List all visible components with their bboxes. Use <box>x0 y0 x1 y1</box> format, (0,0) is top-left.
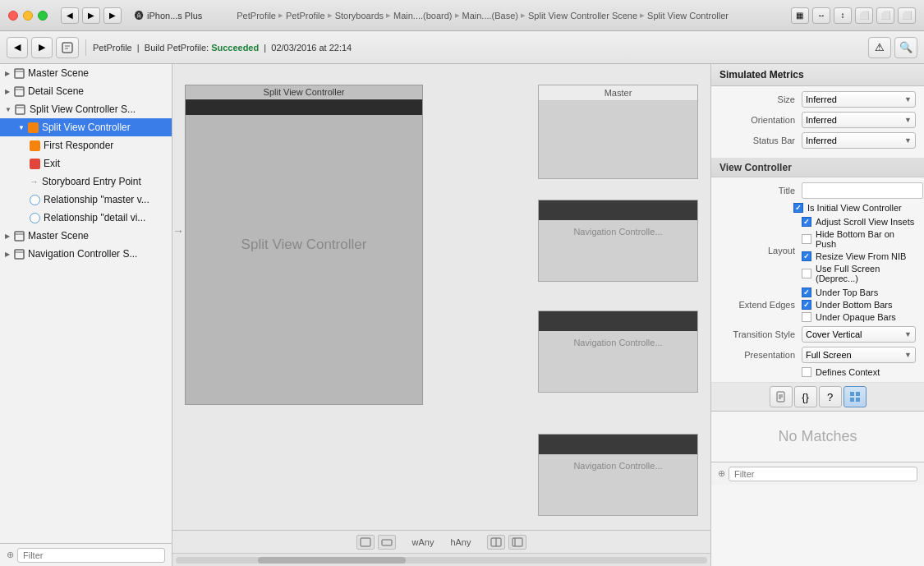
layout-label: Layout <box>719 246 802 255</box>
close-button[interactable] <box>8 11 18 21</box>
scrollbar-thumb[interactable] <box>258 557 406 564</box>
titlebar: ◀ ▶ ▶ 🅐 iPhon...s Plus PetProfile ▸ PetP… <box>0 0 924 31</box>
search-button[interactable]: 🔍 <box>894 37 917 58</box>
forward-button[interactable]: ▶ <box>82 7 100 24</box>
editor-standard-button[interactable]: ▦ <box>791 7 809 24</box>
toolbar-jump-button[interactable] <box>56 37 79 58</box>
sidebar-filter-input[interactable] <box>17 548 165 563</box>
scene-icon5 <box>13 248 25 260</box>
triangle-icon: ▶ <box>5 88 10 95</box>
no-matches-area: No Matches <box>711 412 924 462</box>
defines-context-row: Defines Context <box>719 367 916 377</box>
simulated-metrics-section: Size Inferred ▼ Orientation Inferred ▼ S… <box>711 86 924 159</box>
size-control-right <box>487 535 526 550</box>
sidebar-item-first-responder[interactable]: First Responder <box>0 136 172 154</box>
under-top-bars-row: Under Top Bars <box>802 288 916 297</box>
defines-context-label: Defines Context <box>816 367 880 377</box>
title-row: Title <box>719 182 916 199</box>
device-name: iPhon...s Plus <box>147 11 202 21</box>
size-toggle-3[interactable] <box>487 535 505 550</box>
toolbar-separator <box>85 39 86 56</box>
sidebar-item-nav-controller-scene[interactable]: ▶ Navigation Controller S... <box>0 245 172 263</box>
breadcrumb-main-base[interactable]: Main....(Base) <box>462 11 518 21</box>
use-full-screen-checkbox[interactable] <box>802 269 811 278</box>
size-toggle-4[interactable] <box>508 535 526 550</box>
hide-bottom-bar-checkbox[interactable] <box>802 234 811 244</box>
presentation-select[interactable]: Full Screen ▼ <box>802 347 916 363</box>
sidebar-item-split-view-controller[interactable]: ▼ Split View Controller <box>0 118 172 136</box>
minimize-button[interactable] <box>23 11 33 21</box>
back-button[interactable]: ◀ <box>61 7 79 24</box>
no-matches-text: No Matches <box>778 428 857 444</box>
tab-code[interactable]: {} <box>794 386 817 407</box>
resize-view-row: Resize View From NIB <box>802 251 916 261</box>
view-inspector-button[interactable]: ⬜ <box>898 7 916 24</box>
breadcrumb-main-storyboard[interactable]: Main....(board) <box>393 11 453 21</box>
canvas-bottom-bar: wAny hAny <box>172 530 710 553</box>
editor-version-button[interactable]: ↕ <box>834 7 852 24</box>
sidebar-item-relationship-detail[interactable]: Relationship "detail vi... <box>0 209 172 227</box>
is-initial-checkbox[interactable] <box>793 203 803 213</box>
breadcrumb-controller[interactable]: Split View Controller <box>647 11 729 21</box>
size-toggle-1[interactable] <box>356 535 375 550</box>
triangle-expanded-icon: ▼ <box>5 106 11 113</box>
under-bottom-bars-checkbox[interactable] <box>802 300 811 310</box>
orientation-label: Orientation <box>719 115 802 125</box>
warnings-button[interactable]: ⚠ <box>868 37 891 58</box>
breadcrumb-sep3: ▸ <box>386 10 391 21</box>
code-icon: {} <box>802 391 809 403</box>
resize-view-checkbox[interactable] <box>802 251 811 261</box>
sidebar-item-storyboard-entry[interactable]: → Storyboard Entry Point <box>0 173 172 191</box>
breadcrumb-petprofile[interactable]: PetProfile <box>237 11 276 21</box>
under-top-bars-label: Under Top Bars <box>816 288 878 297</box>
defines-context-checkbox[interactable] <box>802 367 811 377</box>
view-navigator-button[interactable]: ⬜ <box>855 7 873 24</box>
svg-rect-21 <box>513 538 522 546</box>
size-toggle-2[interactable] <box>378 535 396 550</box>
canvas-horizontal-scrollbar[interactable] <box>172 553 710 566</box>
transition-style-row: Transition Style Cover Vertical ▼ <box>719 326 916 343</box>
canvas-area[interactable]: Split View Controller Split View Control… <box>172 64 710 566</box>
tab-file[interactable] <box>770 386 793 407</box>
svg-rect-11 <box>15 250 24 259</box>
status-bar-select[interactable]: Inferred ▼ <box>802 132 916 149</box>
adjust-scroll-checkbox[interactable] <box>802 217 811 227</box>
nav-controller-2-box: Navigation Controlle... <box>538 311 698 393</box>
chevron-down-icon: ▼ <box>904 351 912 359</box>
split-view-title-label: Split View Controller <box>264 87 345 97</box>
tab-quick-help[interactable]: ? <box>819 386 842 407</box>
size-label: Size <box>719 94 802 104</box>
orientation-select[interactable]: Inferred ▼ <box>802 112 916 128</box>
sidebar-item-relationship-master[interactable]: Relationship "master v... <box>0 191 172 209</box>
toolbar-back[interactable]: ◀ <box>7 37 28 58</box>
view-debug-button[interactable]: ⬜ <box>876 7 894 24</box>
breadcrumb-scene[interactable]: Split View Controller Scene <box>528 11 637 21</box>
sidebar-item-exit[interactable]: Exit <box>0 154 172 173</box>
sidebar-item-master-scene-2[interactable]: ▶ Master Scene <box>0 227 172 245</box>
breadcrumb-storyboards[interactable]: Storyboards <box>335 11 384 21</box>
fullscreen-button[interactable] <box>38 11 48 21</box>
under-opaque-bars-checkbox[interactable] <box>802 312 811 322</box>
scene-icon3 <box>15 104 26 115</box>
size-select[interactable]: Inferred ▼ <box>802 91 916 108</box>
editor-assistant-button[interactable]: ↔ <box>812 7 830 24</box>
master-content <box>539 101 697 167</box>
sidebar: ▶ Master Scene ▶ Detail Scene ▼ <box>0 64 172 566</box>
hide-bottom-bar-row: Hide Bottom Bar on Push <box>802 229 916 249</box>
breadcrumb-petprofile2[interactable]: PetProfile <box>286 11 325 21</box>
svg-rect-7 <box>16 105 25 114</box>
under-top-bars-checkbox[interactable] <box>802 288 811 297</box>
sidebar-item-master-scene[interactable]: ▶ Master Scene <box>0 64 172 82</box>
toolbar-forward[interactable]: ▶ <box>31 37 53 58</box>
nav-controller-3-box: Navigation Controlle... <box>538 434 698 516</box>
sidebar-label-split-view-scene: Split View Controller S... <box>30 104 136 115</box>
transition-style-select[interactable]: Cover Vertical ▼ <box>802 326 916 343</box>
sidebar-item-split-view-scene[interactable]: ▼ Split View Controller S... <box>0 100 172 118</box>
simulated-metrics-header: Simulated Metrics <box>711 64 924 86</box>
sidebar-item-detail-scene[interactable]: ▶ Detail Scene <box>0 82 172 100</box>
run-button[interactable]: ▶ <box>103 7 122 24</box>
inspector-tabs: {} ? <box>711 383 924 412</box>
title-input[interactable] <box>802 182 923 199</box>
tab-attributes[interactable] <box>844 386 867 407</box>
inspector-filter-input[interactable] <box>729 467 917 481</box>
